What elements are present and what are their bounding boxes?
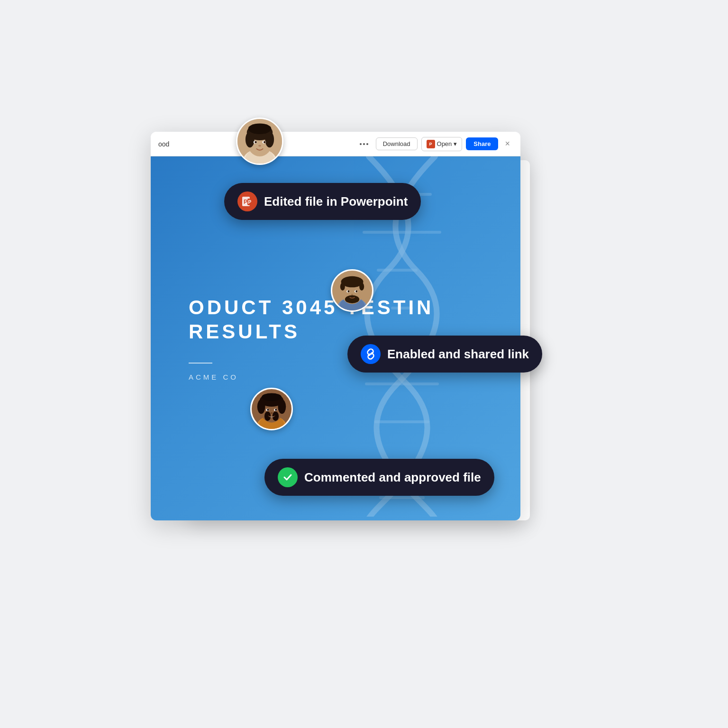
share-button[interactable]: Share [466,137,498,150]
edited-pill: P P Edited file in Powerpoint [224,183,421,220]
more-options-button[interactable] [356,140,372,148]
svg-point-34 [347,291,349,292]
avatar-man [331,269,373,312]
commented-pill: Commented and approved file [264,459,494,496]
svg-point-20 [255,141,257,144]
toolbar-left: ood [158,140,169,148]
link-icon-pill [361,344,381,364]
scene: ood Download P Open ▾ Share × [151,103,577,625]
svg-text:P: P [248,200,252,205]
powerpoint-icon-pill: P P [237,191,257,211]
svg-point-16 [265,131,274,147]
open-label: Open [437,140,452,147]
svg-point-46 [264,411,271,421]
toolbar: ood Download P Open ▾ Share × [151,132,520,156]
commented-pill-text: Commented and approved file [304,470,481,485]
svg-point-47 [273,411,279,421]
svg-point-30 [359,282,364,291]
svg-point-50 [267,409,269,411]
avatar-woman-2 [250,388,293,430]
download-button[interactable]: Download [376,137,418,150]
avatar-woman-1 [236,118,283,165]
slide-divider [189,363,212,364]
svg-point-35 [355,291,357,292]
filename-label: ood [158,140,169,148]
slide-title-line1: ODUCT 3045 TESTIN [189,296,434,319]
svg-text:P: P [244,199,247,205]
svg-point-22 [258,145,261,147]
svg-point-36 [351,294,353,295]
powerpoint-icon: P [427,140,435,148]
shared-pill-text: Enabled and shared link [387,347,529,362]
edited-pill-text: Edited file in Powerpoint [264,194,408,209]
svg-point-45 [262,393,282,401]
svg-point-52 [270,412,273,414]
open-button[interactable]: P Open ▾ [421,137,463,151]
open-dropdown-icon: ▾ [454,140,457,147]
svg-point-43 [257,400,265,414]
svg-point-29 [340,282,345,291]
checkmark-icon-pill [278,467,298,487]
svg-point-31 [345,295,359,303]
svg-point-17 [248,123,272,134]
slide-subtitle: ACME CO [189,373,238,381]
svg-point-44 [278,400,286,414]
svg-point-15 [246,131,255,147]
close-button[interactable]: × [502,137,513,151]
svg-point-51 [275,409,277,411]
svg-point-21 [264,141,266,144]
shared-pill: Enabled and shared link [347,336,542,373]
toolbar-right: Download P Open ▾ Share × [356,137,513,151]
